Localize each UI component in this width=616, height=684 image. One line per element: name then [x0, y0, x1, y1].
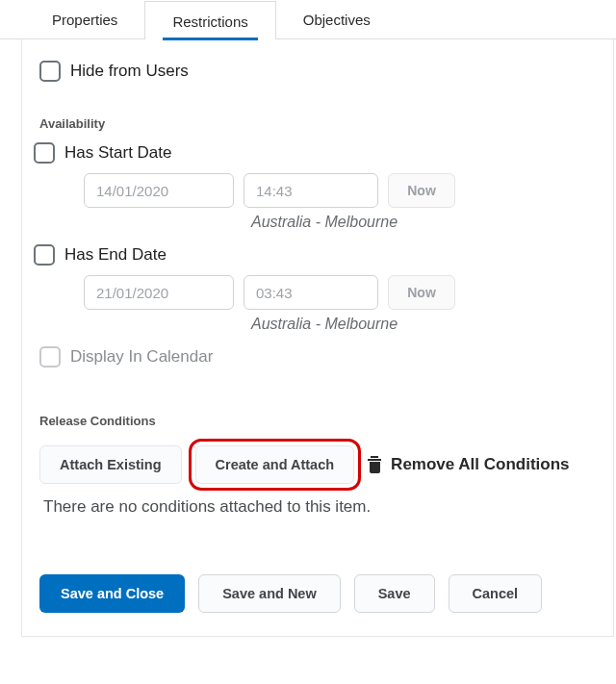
save-button[interactable]: Save	[354, 574, 435, 613]
has-end-date-checkbox[interactable]	[34, 244, 55, 266]
availability-heading: Availability	[39, 116, 596, 131]
end-timezone-label: Australia - Melbourne	[251, 316, 596, 333]
create-and-attach-button[interactable]: Create and Attach	[195, 445, 355, 484]
release-conditions-heading: Release Conditions	[39, 414, 596, 428]
start-date-input[interactable]	[84, 173, 234, 208]
has-end-date-label: Has End Date	[64, 245, 167, 265]
display-in-calendar-checkbox[interactable]	[39, 346, 61, 367]
tab-properties[interactable]: Properties	[25, 0, 144, 38]
tab-objectives[interactable]: Objectives	[276, 0, 398, 38]
end-date-input[interactable]	[84, 275, 234, 310]
start-timezone-label: Australia - Melbourne	[251, 214, 596, 231]
trash-icon	[368, 456, 381, 473]
display-in-calendar-label: Display In Calendar	[70, 347, 213, 367]
start-now-button[interactable]: Now	[388, 173, 455, 208]
cancel-button[interactable]: Cancel	[449, 574, 543, 613]
no-conditions-message: There are no conditions attached to this…	[43, 497, 596, 517]
remove-all-conditions-button[interactable]: Remove All Conditions	[368, 455, 569, 474]
has-start-date-checkbox[interactable]	[34, 142, 55, 164]
tab-bar: Properties Restrictions Objectives	[0, 0, 616, 39]
remove-all-conditions-label: Remove All Conditions	[391, 455, 569, 474]
hide-from-users-label: Hide from Users	[70, 62, 189, 81]
attach-existing-button[interactable]: Attach Existing	[39, 445, 182, 484]
save-and-close-button[interactable]: Save and Close	[39, 574, 185, 613]
tab-restrictions[interactable]: Restrictions	[144, 1, 275, 39]
save-and-new-button[interactable]: Save and New	[198, 574, 341, 613]
has-start-date-label: Has Start Date	[64, 143, 172, 163]
hide-from-users-checkbox[interactable]	[39, 61, 61, 82]
end-time-input[interactable]	[244, 275, 378, 310]
start-time-input[interactable]	[244, 173, 378, 208]
restrictions-panel: Hide from Users Availability Has Start D…	[21, 39, 614, 637]
end-now-button[interactable]: Now	[388, 275, 455, 310]
